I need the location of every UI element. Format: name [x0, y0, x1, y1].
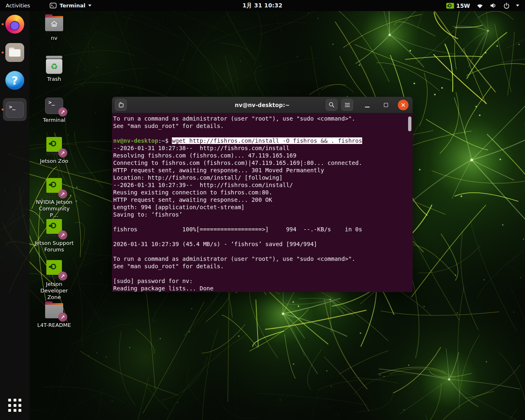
files-icon: [5, 43, 24, 62]
system-status-area[interactable]: 15W: [443, 0, 523, 11]
terminal-content[interactable]: To run a command as administrator (user …: [112, 113, 413, 292]
desktop-icon-jetson-developer-zone[interactable]: NVIDIA ↗ Jetson Developer Zone: [34, 260, 75, 301]
desktop-icon-trash[interactable]: ♻ Trash: [34, 55, 75, 82]
terminal-line: [sudo] password for nv:: [113, 277, 407, 285]
chevron-down-icon: [88, 5, 91, 7]
terminal-line: [113, 248, 407, 255]
app-menu-button[interactable]: Terminal: [47, 0, 94, 11]
terminal-line: Resolving fishros.com (fishros.com)... 4…: [113, 152, 407, 159]
terminal-line: [113, 270, 407, 277]
terminal-line: --2026-01-31 10:27:39-- http://fishros.c…: [113, 181, 407, 189]
terminal-line: HTTP request sent, awaiting response... …: [113, 196, 407, 203]
app-menu-label: Terminal: [59, 2, 85, 9]
desktop-icon-label: Trash: [34, 76, 75, 82]
firefox-icon: [5, 15, 24, 34]
window-titlebar[interactable]: nv@nv-desktop:~: [112, 97, 413, 113]
terminal-line: Reusing existing connection to fishros.c…: [113, 189, 407, 196]
new-tab-icon: [118, 102, 124, 108]
desktop-icon-label: Jetson Zoo: [34, 158, 75, 164]
link-badge-icon: ↗: [58, 107, 67, 116]
link-badge-icon: ↗: [58, 272, 67, 281]
running-indicator: [2, 23, 4, 25]
clock-button[interactable]: 1月 31 10:32: [238, 0, 286, 11]
minimize-icon: [365, 107, 370, 107]
nvidia-power-icon: [446, 3, 454, 9]
power-icon: [503, 2, 510, 9]
terminal-line: fishros 100%[==================>] 994 --…: [113, 226, 407, 233]
power-mode-indicator: 15W: [446, 2, 470, 9]
desktop-icon-label: NVIDIA Jetson Community P…: [34, 199, 75, 219]
top-bar: Activities Terminal 1月 31 10:32 15W: [0, 0, 525, 11]
terminal-icon: [6, 102, 24, 118]
prompt-separator: :: [158, 137, 162, 144]
desktop-icon-label: L4T-README: [34, 322, 75, 329]
link-badge-icon: ↗: [58, 313, 67, 322]
terminal-line: HTTP request sent, awaiting response... …: [113, 167, 407, 174]
desktop-icon-label: nv: [34, 35, 75, 41]
volume-icon: [490, 2, 497, 9]
dock: ?: [0, 11, 30, 420]
link-badge-icon: ↗: [58, 189, 67, 199]
selected-command-text: wget http://fishros.com/install -O fishr…: [172, 137, 362, 144]
desktop-icon-label: Jetson Support Forums: [34, 240, 75, 253]
help-icon: ?: [5, 71, 24, 90]
terminal-line: --2026-01-31 10:27:38-- http://fishros.c…: [113, 144, 407, 152]
menu-button[interactable]: [341, 99, 353, 111]
dock-item-terminal[interactable]: [0, 98, 30, 121]
prompt-symbol: $: [165, 137, 172, 144]
maximize-button[interactable]: [381, 100, 391, 110]
close-button[interactable]: [398, 100, 409, 110]
link-badge-icon: ↗: [58, 231, 67, 240]
show-applications-button[interactable]: [0, 395, 30, 416]
terminal-line: [113, 233, 407, 240]
desktop-icon-label: Jetson Developer Zone: [34, 281, 75, 301]
prompt-user-host: nv@nv-desktop: [113, 137, 158, 144]
desktop-icon-jetson-zoo[interactable]: NVIDIA ↗ Jetson Zoo: [34, 137, 75, 164]
new-tab-button[interactable]: [115, 99, 127, 111]
dock-item-help[interactable]: ?: [0, 71, 30, 90]
terminal-line: To run a command as administrator (user …: [113, 115, 407, 122]
activities-button[interactable]: Activities: [0, 0, 36, 11]
maximize-icon: [384, 103, 388, 107]
terminal-line: See "man sudo_root" for details.: [113, 122, 407, 130]
hamburger-menu-icon: [345, 103, 350, 107]
desktop-icon-nvidia-jetson-community[interactable]: NVIDIA ↗ NVIDIA Jetson Community P…: [34, 178, 75, 219]
terminal-window: nv@nv-desktop:~: [112, 97, 413, 292]
terminal-line: Reading package lists... Done: [113, 285, 407, 292]
terminal-line: Location: http://fishros.com/install/ [f…: [113, 174, 407, 181]
prompt-line: nv@nv-desktop:~$ wget http://fishros.com…: [113, 137, 407, 144]
app-grid-icon: [8, 399, 21, 412]
window-title: nv@nv-desktop:~: [235, 102, 290, 108]
terminal-line: Saving to: ‘fishros’: [113, 211, 407, 218]
terminal-line: 2026-01-31 10:27:39 (45.4 MB/s) - ‘fishr…: [113, 240, 407, 248]
terminal-line: Length: 994 [application/octet-stream]: [113, 203, 407, 211]
running-indicator: [2, 52, 4, 54]
desktop-icon-l4t-readme[interactable]: ↗ L4T-README: [34, 301, 75, 329]
focused-app-tile: [3, 98, 27, 121]
close-icon: [401, 103, 406, 107]
search-icon: [329, 102, 335, 108]
desktop-icon-label: Terminal: [34, 117, 75, 123]
power-mode-label: 15W: [456, 2, 470, 9]
home-folder-icon: [45, 16, 63, 31]
link-badge-icon: ↗: [58, 148, 67, 158]
terminal-line: Connecting to fishros.com (fishros.com)|…: [113, 159, 407, 167]
terminal-line: See "man sudo_root" for details.: [113, 262, 407, 270]
desktop-icon-jetson-support-forums[interactable]: NVIDIA ↗ Jetson Support Forums: [34, 219, 75, 253]
desktop-icon-nv[interactable]: nv: [34, 14, 75, 41]
chevron-down-icon: [516, 5, 519, 7]
trash-icon: ♻: [46, 56, 62, 74]
terminal-line: [113, 218, 407, 226]
dock-item-firefox[interactable]: [0, 15, 30, 34]
terminal-mini-icon: [50, 2, 57, 9]
wifi-icon: [476, 3, 484, 9]
search-button[interactable]: [326, 99, 338, 111]
terminal-line: To run a command as administrator (user …: [113, 255, 407, 262]
scrollbar-thumb[interactable]: [408, 116, 411, 131]
desktop-icon-terminal[interactable]: ↗ Terminal: [34, 96, 75, 123]
minimize-button[interactable]: [362, 100, 372, 110]
dock-item-files[interactable]: [0, 43, 30, 62]
terminal-line: [113, 130, 407, 137]
running-indicator: [2, 109, 4, 111]
